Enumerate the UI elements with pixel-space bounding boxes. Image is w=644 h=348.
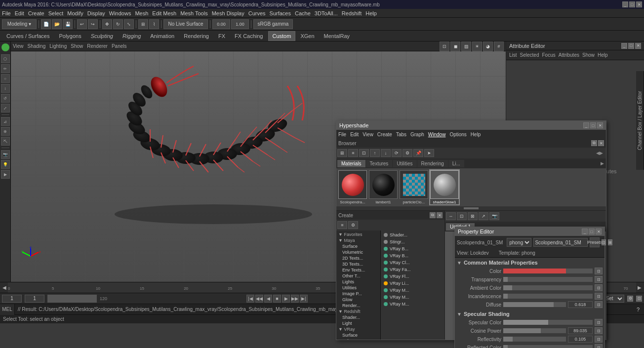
- menu-edit-mesh[interactable]: Edit Mesh: [152, 10, 176, 16]
- viewport-menu-renderer[interactable]: Renderer: [87, 43, 108, 49]
- ae-tab-attributes[interactable]: Attributes: [559, 52, 579, 58]
- rotate-tool-btn2[interactable]: ↺: [1, 94, 10, 103]
- ae-maximize-btn[interactable]: □: [628, 43, 634, 49]
- stop-btn[interactable]: ■: [273, 295, 281, 303]
- play-fwd-btn[interactable]: ▶: [282, 295, 290, 303]
- tab-animation[interactable]: Animation: [146, 31, 179, 41]
- sculpt-btn[interactable]: ⛏: [1, 137, 10, 146]
- lasso-tool-btn[interactable]: ○: [1, 74, 10, 83]
- shader-item-vray-li[interactable]: VRay Li...: [382, 280, 443, 287]
- tree-3d-texts[interactable]: 3D Texts...: [337, 261, 379, 267]
- shader-item-vray-cl[interactable]: VRay Cl...: [382, 259, 443, 266]
- viewport-menu-view[interactable]: View: [13, 43, 24, 49]
- pe-max-btn[interactable]: □: [589, 229, 595, 234]
- current-frame-input[interactable]: [2, 295, 22, 303]
- hs-menu-file[interactable]: File: [338, 132, 346, 137]
- soft-select-btn[interactable]: ⊿: [1, 117, 10, 126]
- tree-glow[interactable]: Glow: [337, 297, 379, 303]
- tree-surface[interactable]: Surface: [337, 243, 379, 249]
- pe-cosine-input[interactable]: [568, 327, 593, 334]
- ae-tab-focus[interactable]: Focus: [542, 52, 555, 58]
- hs-menu-create[interactable]: Create: [377, 132, 392, 137]
- material-scolopendra[interactable]: Scolopendra...: [338, 170, 367, 204]
- vp-light-btn[interactable]: ☀: [472, 41, 482, 51]
- timeline-left-btn[interactable]: ◀: [1, 282, 8, 293]
- vp-shaded-btn[interactable]: ◼: [450, 41, 460, 51]
- pe-transparency-slider[interactable]: [503, 277, 593, 282]
- browser-btn4[interactable]: ↑: [370, 149, 380, 157]
- hs-tab-textures[interactable]: Textures: [366, 160, 393, 167]
- vp-textured-btn[interactable]: ▨: [461, 41, 471, 51]
- viewport-menu-shading[interactable]: Shading: [28, 43, 46, 49]
- maximize-button[interactable]: □: [629, 1, 635, 7]
- tree-vray[interactable]: ▼ VRay: [337, 326, 379, 332]
- ae-tab-list[interactable]: List: [509, 52, 517, 58]
- browser-float-btn[interactable]: ⧉: [591, 140, 597, 146]
- tab-fx[interactable]: FX: [214, 31, 230, 41]
- shader-item-vray-m3[interactable]: VRay M...: [382, 301, 443, 308]
- pe-cosine-slider[interactable]: [503, 328, 566, 333]
- hs-close-btn[interactable]: ✕: [597, 122, 603, 128]
- pe-phong-label[interactable]: phong: [507, 238, 531, 247]
- wa-btn3[interactable]: ⊠: [468, 212, 478, 220]
- menu-create[interactable]: Create: [28, 10, 44, 16]
- pe-btn2[interactable]: ⊞: [608, 239, 612, 245]
- viewport-menu-panels[interactable]: Panels: [112, 43, 127, 49]
- field1-input[interactable]: 0.00: [212, 19, 230, 29]
- common-material-section[interactable]: ▼ Common Material Properties: [457, 260, 603, 266]
- live-surface-btn[interactable]: No Live Surface: [163, 19, 208, 29]
- hs-max-btn[interactable]: □: [590, 122, 596, 128]
- tree-light[interactable]: Light: [337, 320, 379, 326]
- pe-cosine-btn[interactable]: ⊡: [595, 327, 603, 334]
- tab-xgen[interactable]: XGen: [296, 31, 319, 41]
- pe-close-btn[interactable]: ✕: [596, 229, 602, 234]
- vp-wireframe-btn[interactable]: ⊡: [440, 41, 449, 51]
- hs-menu-edit[interactable]: Edit: [350, 132, 359, 137]
- render-btn[interactable]: ▶: [1, 170, 10, 179]
- tab-polygons[interactable]: Polygons: [54, 31, 85, 41]
- light-btn[interactable]: 💡: [1, 160, 10, 169]
- tree-lights[interactable]: Lights: [337, 279, 379, 285]
- pe-min-btn[interactable]: _: [582, 229, 588, 234]
- browser-btn9[interactable]: ➤: [424, 149, 434, 157]
- tree-redshift[interactable]: ▼ Redshift: [337, 309, 379, 314]
- tree-favorites[interactable]: ▼ Favorites: [337, 232, 379, 237]
- tree-image-p[interactable]: Image P...: [337, 291, 379, 297]
- pe-specular-color-btn[interactable]: ⊡: [595, 319, 603, 326]
- menu-select[interactable]: Select: [48, 10, 64, 16]
- hs-menu-tabs[interactable]: Tabs: [396, 132, 406, 137]
- field2-input[interactable]: 1.00: [231, 19, 249, 29]
- browser-btn5[interactable]: ↓: [381, 149, 391, 157]
- hs-menu-help[interactable]: Help: [471, 132, 481, 137]
- hs-min-btn[interactable]: _: [583, 122, 589, 128]
- shader-item-vray-m1[interactable]: VRay M...: [382, 287, 443, 294]
- hs-menu-window[interactable]: Window: [428, 132, 446, 137]
- menu-file[interactable]: File: [2, 10, 11, 16]
- pe-reflectivity-btn[interactable]: ⊡: [595, 336, 603, 343]
- pe-ambient-slider[interactable]: [503, 285, 593, 290]
- minimize-button[interactable]: _: [622, 1, 628, 7]
- create-tool-btn1[interactable]: ≡: [337, 221, 347, 229]
- wa-btn4[interactable]: ↗: [479, 212, 488, 220]
- menu-3dto-all[interactable]: 3DToAll...: [315, 10, 338, 16]
- tree-2d-texts[interactable]: 2D Texts...: [337, 255, 379, 261]
- camera-btn[interactable]: 📷: [1, 150, 10, 159]
- wa-btn1[interactable]: ↔: [446, 212, 456, 220]
- workspace-select[interactable]: Modeling ▾: [2, 19, 37, 29]
- shader-item-stingr[interactable]: Stingr...: [382, 238, 443, 245]
- shader-item-vray-fl[interactable]: VRay Fl...: [382, 273, 443, 280]
- select-tool-btn[interactable]: ⬡: [1, 54, 10, 63]
- shader-item-shader[interactable]: Shader...: [382, 232, 443, 238]
- anim-btn2[interactable]: ⊡: [636, 296, 642, 302]
- rotate-tool[interactable]: ↻: [113, 19, 123, 29]
- undo-btn[interactable]: ↩: [77, 19, 87, 29]
- browser-btn2[interactable]: ≡: [348, 149, 358, 157]
- prev-frame-btn[interactable]: ◀◀: [255, 295, 263, 303]
- pe-reflectivity-input[interactable]: [568, 336, 593, 343]
- timeline-slider[interactable]: [47, 295, 97, 303]
- hs-tab-materials[interactable]: Materials: [337, 160, 365, 167]
- browser-btn1[interactable]: ⊞: [337, 149, 347, 157]
- tab-fx-caching[interactable]: FX Caching: [230, 31, 267, 41]
- new-scene-btn[interactable]: 📄: [41, 19, 51, 29]
- hs-tab-rendering[interactable]: Rendering: [417, 160, 448, 167]
